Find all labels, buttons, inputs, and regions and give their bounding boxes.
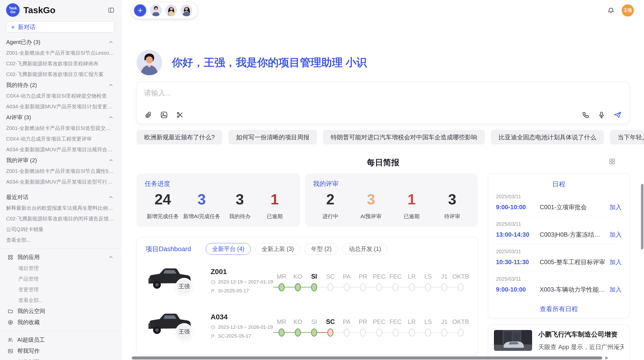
sidebar-item-project-mgmt[interactable]: 项目管理: [0, 263, 121, 274]
milestone-node: [311, 283, 317, 291]
schedule-date: 2025/03/11: [496, 221, 622, 227]
milestone-node: [458, 283, 464, 291]
schedule-item: 2025/03/11 10:30-11:30 C005-整车工程目标评审 加入: [496, 245, 622, 272]
suggestion-chip[interactable]: 欧洲新规最近颁布了什么?: [137, 130, 222, 144]
milestone: MR: [273, 270, 290, 291]
sidebar-item[interactable]: A034-全新新能源MUV产品开发项目计划变更表编写: [0, 101, 121, 112]
stat: 24 新增完成任务: [147, 189, 179, 220]
tab-all-new-platform[interactable]: 全新平台 (4): [206, 243, 251, 255]
sidebar-item-product-mgmt[interactable]: 产品管理: [0, 274, 121, 284]
suggestion-chip[interactable]: 特朗普可能对进口汽车增税会对中国车企造成哪些影响: [323, 130, 485, 144]
project-row[interactable]: 王强 Z001 2023-12-19 ~ 2027-01-19 SI-2025-…: [145, 261, 469, 300]
assistant-greeting-block: 你好，王强，我是你的项目管理助理 小识: [137, 50, 634, 75]
project-dates: 2023-12-19 ~ 2026-01-19: [211, 324, 273, 330]
schedule-time: 9:00-10:00: [496, 204, 540, 211]
milestone-label: FEC: [389, 315, 402, 325]
apps-grid-icon: [8, 254, 13, 260]
team-avatar[interactable]: [165, 5, 177, 16]
join-link[interactable]: 加入: [609, 231, 622, 239]
sidebar-section-my-review[interactable]: 我的评审 (2): [0, 155, 121, 166]
scissors-icon[interactable]: [175, 111, 184, 119]
join-link[interactable]: 加入: [609, 203, 622, 211]
suggestion-chip[interactable]: 当下年轻人对汽车外观有怎样的喜好趋势: [610, 130, 644, 144]
schedule-item: 2025/03/11 9:00-10:00 X003-车辆动力学性能验... 加…: [496, 272, 622, 299]
stat-label: 进行中: [323, 213, 339, 220]
add-member-button[interactable]: +: [134, 4, 147, 17]
layout-grid-icon[interactable]: [609, 158, 616, 165]
sidebar-item[interactable]: Z001-全新燃油轻卡产品开发项目SI节点属性5D文件评审: [0, 166, 121, 176]
join-link[interactable]: 加入: [609, 258, 622, 266]
microphone-icon[interactable]: [597, 111, 606, 119]
sidebar-item[interactable]: 公司Q3轻卡销量: [0, 224, 121, 235]
sidebar-header: Task Go TaskGo: [0, 0, 121, 19]
team-avatar[interactable]: [181, 5, 192, 16]
horizontal-scrollbar[interactable]: [132, 356, 602, 359]
news-card[interactable]: 小鹏飞行汽车制造公司增资 天眼查 App 显示，近日广州汇天飞行汽...: [488, 325, 630, 360]
suggestion-chip[interactable]: 如何写一份清晰的项目周报: [228, 130, 317, 144]
view-all-chats-link[interactable]: 查看全部...: [0, 235, 121, 245]
task-progress-card: 任务进度 24 新增完成任务 3 新增AI完成任务 3 我的待办: [137, 173, 300, 227]
sidebar-item-ai-super-staff[interactable]: AI超级员工: [0, 334, 121, 346]
sidebar-item-change-mgmt[interactable]: 变更管理: [0, 284, 121, 295]
tab-new-upfit[interactable]: 全新上装 (3): [255, 243, 300, 255]
sidebar-item[interactable]: 解释最新出台的欧盟报废车法规再生塑料比例被调至15%...: [0, 203, 121, 213]
my-apps-label: 我的应用: [17, 253, 40, 261]
project-row[interactable]: 王强 A034 2023-12-19 ~ 2026-01-19 SC-2025-…: [145, 307, 469, 345]
scroll-down-arrow-icon[interactable]: [614, 346, 620, 350]
sidebar-item-my-apps[interactable]: 我的应用: [0, 252, 121, 263]
attachment-icon[interactable]: [144, 111, 153, 119]
milestone-label: LR: [408, 315, 416, 325]
view-all-schedule-link[interactable]: 查看所有日程: [496, 302, 622, 314]
milestone: PR: [355, 315, 371, 337]
schedule-date: 2025/03/11: [496, 249, 622, 254]
phone-icon[interactable]: [581, 111, 590, 119]
chevron-up-icon: [108, 255, 113, 260]
sidebar-item-cloud-space[interactable]: 我的云空间: [0, 306, 121, 317]
milestone-node: [360, 283, 366, 291]
project-dates: 2023-12-19 ~ 2027-01-19: [211, 279, 273, 285]
milestone-label: PR: [359, 315, 367, 325]
view-all-apps-link[interactable]: 查看全部..: [0, 295, 121, 306]
sidebar-item[interactable]: Z001-全新燃油轻卡产品开发项目SI造型提交物评审: [0, 123, 121, 133]
sidebar-item[interactable]: A034-全新新能源MUV产品开发项目法规符合性评审: [0, 144, 121, 155]
sidebar-item-creative-draw[interactable]: 创意制图: [0, 357, 121, 360]
sidebar-item-favorites[interactable]: 我的收藏: [0, 317, 121, 328]
sidebar-section-agent-done[interactable]: Agent已办 (3): [0, 37, 121, 48]
topbar-right: 王强: [607, 4, 634, 17]
sidebar-item[interactable]: C0X4-动力总成开发项目工程变更评审: [0, 133, 121, 144]
join-link[interactable]: 加入: [609, 286, 622, 294]
project-row[interactable]: [145, 352, 469, 355]
milestone: FEC: [387, 270, 404, 291]
my-review-card: 我的评审 2 进行中 3 AI预评审 1 已逾期: [305, 173, 478, 227]
sidebar-collapse-icon[interactable]: [107, 6, 115, 14]
stat: 3 我的待办: [225, 189, 255, 220]
milestone: OKTB: [452, 270, 469, 291]
sidebar-item[interactable]: Z001-全新燃油皮卡产品开发项目SI节点Lesson Learn报告: [0, 48, 121, 58]
image-icon[interactable]: [160, 111, 168, 119]
sidebar-section-my-todo[interactable]: 我的待办 (2): [0, 80, 121, 91]
milestone-label: FEC: [389, 270, 402, 280]
vertical-scrollbar[interactable]: [641, 184, 643, 249]
suggestion-chip[interactable]: 比亚迪全固态电池计划具体说了什么: [491, 130, 604, 144]
send-icon[interactable]: [613, 110, 622, 119]
tab-year-model[interactable]: 年型 (2): [305, 243, 338, 255]
sidebar-item-help-write[interactable]: 帮我写作: [0, 346, 121, 357]
milestone-node: [458, 328, 464, 337]
scroll-right-arrow-icon[interactable]: [605, 356, 608, 360]
user-avatar[interactable]: 王强: [622, 4, 634, 17]
sidebar-section-recent-chats[interactable]: 最近对话: [0, 192, 121, 203]
notification-bell-icon[interactable]: [607, 7, 614, 14]
flag-icon: [211, 289, 215, 293]
sidebar-item[interactable]: C02-飞腾新能源轻客改款项目的闭环通告反馈情况: [0, 213, 121, 224]
team-avatar[interactable]: [150, 5, 162, 16]
milestone-label: LS: [424, 315, 432, 325]
main-area: + 王强 你好，王强，我是你的项目管理助理 小识 请输入...: [121, 0, 644, 360]
new-chat-button[interactable]: + 新对话: [6, 21, 114, 33]
sidebar-section-ai-review[interactable]: AI评审 (3): [0, 112, 121, 123]
tab-powertrain-dev[interactable]: 动总开发 (1): [343, 243, 388, 255]
sidebar-item[interactable]: C02-飞腾新能源轻客改款项目里程碑画布: [0, 58, 121, 69]
sidebar-item[interactable]: A034-全新新能源MUV产品开发项目造型可行性评审: [0, 176, 121, 187]
sidebar-item[interactable]: C0X4-动力总成开发项目SI里程碑提交物检查: [0, 91, 121, 101]
sidebar-item[interactable]: C02-飞腾新能源轻客改款项目立项汇报方案: [0, 69, 121, 80]
message-input[interactable]: 请输入...: [144, 88, 622, 98]
